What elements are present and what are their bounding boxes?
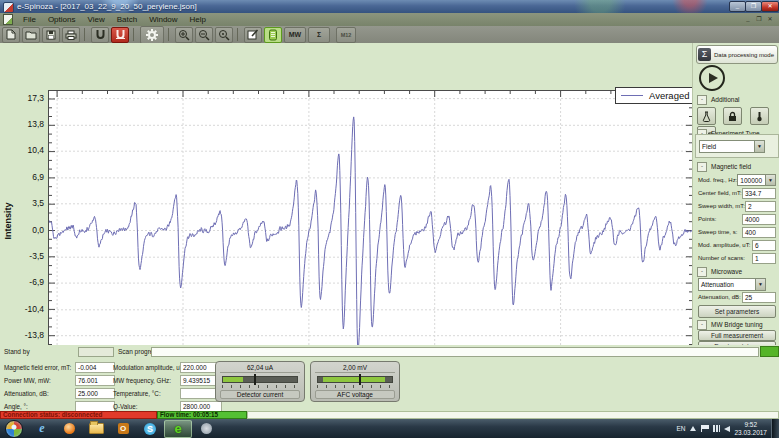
collapse-button[interactable]: - — [697, 267, 707, 277]
print-button[interactable] — [62, 27, 80, 43]
toolbar-separator — [84, 28, 85, 41]
taskbar-app-button[interactable] — [193, 421, 219, 437]
gauge-fill — [223, 377, 243, 382]
close-button[interactable]: ✕ — [761, 1, 779, 12]
sample-tool-button[interactable] — [697, 107, 716, 125]
open-folder-icon — [25, 30, 37, 40]
points-input[interactable]: 4000 — [742, 214, 776, 225]
document-icon — [3, 14, 13, 25]
sweep-width-input[interactable]: 2 — [745, 201, 776, 212]
attenuation-input[interactable]: 25 — [742, 292, 776, 303]
mdi-restore-button[interactable]: ❐ — [754, 14, 764, 24]
full-measurement-button[interactable]: Full measurement — [698, 330, 776, 341]
menu-window[interactable]: Window — [143, 13, 183, 26]
network-icon[interactable] — [713, 425, 720, 432]
collapse-button[interactable]: - — [697, 162, 707, 172]
sigma-mode-button[interactable]: Σ — [308, 27, 330, 43]
mdi-minimize-button[interactable]: _ — [743, 14, 753, 24]
plot-area[interactable]: Averaged signal — [48, 90, 693, 355]
gauge-slider[interactable] — [317, 376, 393, 383]
taskbar-clock[interactable]: 9:52 23.03.2017 — [734, 421, 767, 437]
lock-tool-button[interactable] — [723, 107, 742, 125]
gauge-handle[interactable] — [254, 374, 256, 385]
microwave-mode-dropdown[interactable]: Attenuation ▼ — [698, 278, 766, 291]
zoom-out-icon — [198, 29, 210, 41]
taskbar-explorer-button[interactable] — [83, 421, 109, 437]
language-indicator[interactable]: EN — [676, 425, 685, 432]
gauge-handle[interactable] — [359, 374, 361, 385]
thermometer-tool-button[interactable] — [750, 107, 769, 125]
gauge-slider[interactable] — [222, 376, 298, 383]
param-label: Angle, °: — [4, 401, 28, 411]
taskbar-ie-button[interactable]: e — [29, 421, 55, 437]
magnet-field-button-active[interactable] — [111, 27, 129, 43]
collapse-button[interactable]: - — [697, 320, 707, 330]
param-label: Power MW, mW: — [4, 375, 51, 385]
section-mw-bridge-tuning: - MW Bridge tuning — [697, 320, 763, 329]
zoom-out-button[interactable] — [195, 27, 213, 43]
legend-line-sample — [621, 95, 643, 96]
m12-button[interactable]: M12 — [336, 27, 356, 43]
y-tick-label: 6,9 — [14, 172, 44, 182]
y-tick-label: -10,4 — [14, 304, 44, 314]
show-desktop-button[interactable] — [771, 419, 779, 438]
skype-icon: S — [144, 423, 156, 435]
start-button[interactable] — [5, 420, 23, 438]
menu-options[interactable]: Options — [42, 13, 82, 26]
minimize-button[interactable]: _ — [729, 1, 746, 12]
number-of-scans-input[interactable]: 1 — [752, 253, 776, 264]
collapse-button[interactable]: - — [697, 95, 707, 105]
taskbar-espinoza-button-active[interactable]: e — [164, 420, 192, 438]
taskbar-skype-button[interactable]: S — [137, 421, 163, 437]
sweep-time-input[interactable]: 400 — [742, 227, 776, 238]
menu-help[interactable]: Help — [184, 13, 212, 26]
magnet-tool-button[interactable] — [91, 27, 109, 43]
gauge-caption: Detector current — [220, 390, 300, 399]
zoom-reset-button[interactable] — [215, 27, 233, 43]
scan-progressbar — [151, 347, 759, 357]
section-magnetic-field: - Magnetic field — [697, 162, 751, 171]
volume-icon[interactable] — [724, 426, 730, 432]
mode-button-label: Data processing mode — [714, 52, 774, 58]
menu-view[interactable]: View — [81, 13, 110, 26]
connection-status: Connection status: disconnected — [0, 411, 157, 419]
maximize-button[interactable]: ❐ — [745, 1, 762, 12]
mod-amplitude-input[interactable]: 6 — [752, 240, 776, 251]
new-file-button[interactable] — [2, 27, 20, 43]
menu-file[interactable]: File — [17, 13, 42, 26]
status-led — [760, 346, 779, 357]
data-processing-mode-button[interactable]: Σ Data processing mode — [696, 45, 778, 64]
open-file-button[interactable] — [22, 27, 40, 43]
taskbar-outlook-button[interactable]: O — [110, 421, 136, 437]
center-field-input[interactable]: 334.7 — [742, 188, 776, 199]
gauge-fill — [323, 377, 385, 382]
attenuation-db-value[interactable]: 25.000 — [75, 388, 115, 399]
mdi-close-button[interactable]: ✕ — [765, 14, 775, 24]
mod-freq-dropdown[interactable]: 100000 ▼ — [737, 174, 776, 186]
action-center-flag-icon[interactable] — [701, 425, 709, 432]
menu-batch[interactable]: Batch — [111, 13, 143, 26]
gauge-ticks — [317, 385, 393, 388]
thermometer-icon — [754, 111, 765, 122]
notebook-button-active[interactable] — [264, 27, 282, 43]
mw-mode-button[interactable]: MW — [284, 27, 306, 43]
field-row-attenuation: Attenuation, dB: 25 — [698, 292, 776, 302]
param-label: MW frequency, GHz: — [113, 375, 171, 385]
settings-button[interactable] — [140, 26, 164, 44]
y-tick-label: 17,3 — [14, 93, 44, 103]
zoom-in-button[interactable] — [175, 27, 193, 43]
magnetic-field-error-value[interactable]: -0.004 — [75, 362, 115, 373]
set-parameters-button[interactable]: Set parameters — [698, 305, 776, 318]
experiment-type-dropdown[interactable]: Field ▼ — [699, 140, 765, 153]
power-mw-value[interactable]: 76.001 — [75, 375, 115, 386]
y-tick-label: -6,9 — [14, 277, 44, 287]
field-row-center-field: Center field, mT: 334.7 — [698, 188, 776, 198]
toolbar-separator — [237, 28, 238, 41]
save-button[interactable] — [42, 27, 60, 43]
chevron-down-icon: ▼ — [754, 141, 764, 152]
tray-expand-icon[interactable] — [690, 426, 696, 431]
field-row-mod-freq: Mod. freq., Hz: 100000 ▼ — [698, 175, 776, 185]
taskbar-media-button[interactable] — [56, 421, 82, 437]
start-button[interactable] — [699, 65, 725, 91]
edit-signal-button[interactable] — [244, 27, 262, 43]
